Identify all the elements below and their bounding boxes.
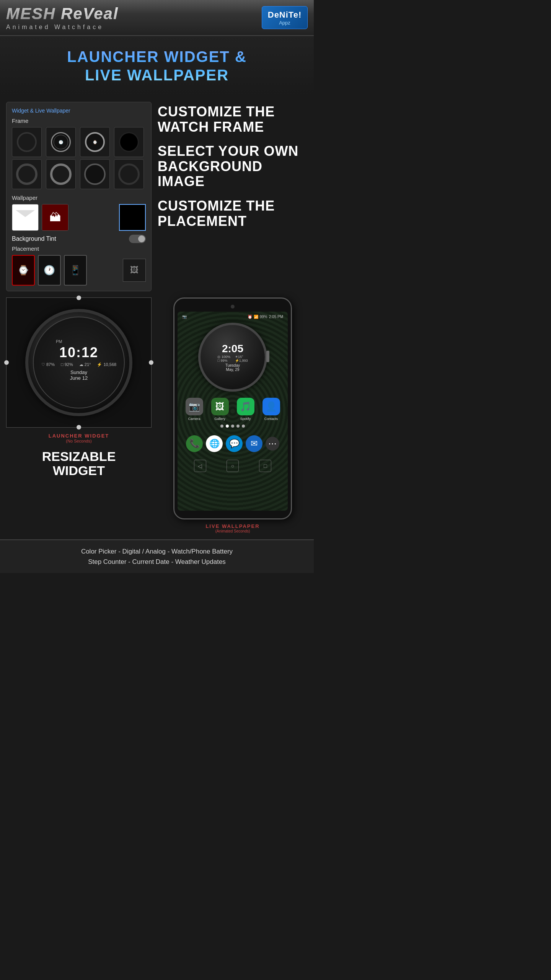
- phone-camera: [231, 305, 235, 309]
- status-icons-right: ⏰ 📶 99% 2:05 PM: [248, 315, 283, 319]
- phone-stat-right: ☀15° ⚡1,993: [235, 355, 248, 363]
- app-camera[interactable]: 📷 Camera: [184, 398, 205, 421]
- dots-pagination: [181, 425, 285, 428]
- resize-handle-bottom[interactable]: [77, 425, 81, 430]
- banner-title: LAUNCHER WIDGET &LIVE WALLPAPER: [8, 47, 306, 84]
- panel-header: Widget & Live Wallpaper: [12, 108, 146, 114]
- frame-item-5[interactable]: [12, 159, 42, 189]
- footer-line2: Step Counter - Current Date - Weather Up…: [6, 557, 308, 567]
- frame-item-6[interactable]: [46, 159, 76, 189]
- battery-text: 99%: [260, 315, 267, 319]
- frame-label: Frame: [12, 118, 146, 124]
- denite-text: DeNiTe!: [268, 10, 302, 20]
- wallpaper-section: Wallpaper 🏔: [12, 194, 146, 231]
- frame-item-1[interactable]: [12, 127, 42, 157]
- header-title: MESH ReVeal Animated Watchface: [6, 5, 119, 31]
- phone-nav: ◁ ○ □: [181, 457, 285, 475]
- app-gallery[interactable]: 🖼 Gallery: [209, 398, 230, 421]
- dock-phone[interactable]: 📞: [186, 435, 203, 452]
- stat-weather: ☁ 21°: [79, 362, 91, 367]
- frame-item-4[interactable]: [114, 127, 144, 157]
- feature-item-2: SELECT YOUR OWNBACKGROUND IMAGE: [158, 144, 308, 189]
- resize-handle-left[interactable]: [4, 360, 9, 365]
- widget-label: LAUNCHER WIDGET: [6, 433, 152, 439]
- placement-item-3[interactable]: 📱: [64, 255, 87, 286]
- watch-widget: PM 10:12 ♡ 87% □ 92% ☁: [25, 309, 132, 416]
- frame-inner-2: 🕐: [54, 135, 68, 149]
- widget-config-panel: Widget & Live Wallpaper Frame 🕐 ⌚: [6, 102, 152, 291]
- wifi-icon: 📶: [254, 315, 258, 319]
- frame-circle-5: [16, 163, 37, 185]
- nav-home[interactable]: ○: [227, 460, 239, 472]
- resizable-text: RESIZABLEWIDGET: [6, 449, 152, 478]
- contacts-label: Contacts: [264, 417, 278, 421]
- nav-back[interactable]: ◁: [194, 460, 206, 472]
- bottom-section: PM 10:12 ♡ 87% □ 92% ☁: [0, 297, 314, 539]
- frame-item-7[interactable]: [80, 159, 110, 189]
- app-spotify[interactable]: 🎵 Spotify: [235, 398, 256, 421]
- stat-heart: ♡ 87%: [41, 362, 55, 367]
- placement-item-1[interactable]: ⌚: [12, 255, 35, 286]
- dock-apps[interactable]: ⋯: [266, 437, 279, 451]
- placement-item-2[interactable]: 🕐: [38, 255, 61, 286]
- wallpaper-item-envelope[interactable]: [12, 204, 39, 231]
- wallpaper-label: Wallpaper: [12, 194, 146, 201]
- feature-item-3: CUSTOMIZE THEPLACEMENT: [158, 198, 308, 229]
- phone-section: 📷 ⏰ 📶 99% 2:05 PM 2:05 ◎ 100% □ 99%: [158, 297, 308, 533]
- phone-sublabel: (Animated Seconds): [215, 529, 250, 533]
- wp-envelope-bg: [12, 204, 38, 231]
- dock-chrome[interactable]: 🌐: [206, 435, 223, 452]
- widget-preview: PM 10:12 ♡ 87% □ 92% ☁: [6, 297, 152, 533]
- dot-3: [231, 425, 234, 428]
- phone-screen: 📷 ⏰ 📶 99% 2:05 PM 2:05 ◎ 100% □ 99%: [178, 312, 288, 511]
- spotify-label: Spotify: [240, 417, 251, 421]
- placement-photo[interactable]: 🖼: [123, 259, 146, 282]
- bg-tint-toggle[interactable]: [129, 235, 146, 243]
- resize-handle-top[interactable]: [77, 296, 81, 300]
- photo-icon: 🖼: [130, 265, 139, 275]
- dock-msg[interactable]: 💬: [226, 435, 243, 452]
- wallpaper-grid: 🏔: [12, 204, 146, 231]
- feature-text-1: CUSTOMIZE THEWATCH FRAME: [158, 104, 308, 134]
- watch-stats: ♡ 87% □ 92% ☁ 21° ⚡ 10,5: [41, 362, 116, 367]
- stat-steps: ⚡ 10,568: [97, 362, 116, 367]
- camera-label: Camera: [188, 417, 200, 421]
- nav-recent[interactable]: □: [259, 460, 271, 472]
- placement-grid: ⌚ 🕐 📱 🖼: [12, 255, 146, 286]
- widget-sublabel: (No Seconds): [6, 439, 152, 443]
- placement-icon-2: 🕐: [44, 265, 55, 276]
- frame-circle-8: [118, 163, 140, 185]
- dock-mail[interactable]: ✉: [246, 435, 262, 452]
- frame-item-8[interactable]: [114, 159, 144, 189]
- title-reveal: ReVeal: [61, 5, 119, 23]
- resizable-label: RESIZABLEWIDGET: [6, 449, 152, 478]
- frame-item-3[interactable]: ⌚: [80, 127, 110, 157]
- frame-item-2[interactable]: 🕐: [46, 127, 76, 157]
- gallery-label: Gallery: [214, 417, 225, 421]
- frame-circle-4: [119, 132, 139, 152]
- time-container: PM 10:12: [34, 345, 124, 361]
- placement-section: Placement ⌚ 🕐 📱 🖼: [12, 245, 146, 286]
- dot-4: [236, 425, 240, 428]
- app-title: MESH ReVeal: [6, 5, 119, 23]
- phone-dock: 📞 🌐 💬 ✉ ⋯: [181, 432, 285, 455]
- phone-stat-left: ◎ 100% □ 99%: [217, 355, 230, 363]
- frame-circle-2: 🕐: [51, 132, 71, 152]
- clock-status: 2:05 PM: [269, 315, 283, 319]
- phone-watch-time: 2:05: [222, 343, 243, 355]
- dot-2: [226, 425, 229, 428]
- placement-icon-1: ⌚: [18, 265, 29, 276]
- feature-panel: CUSTOMIZE THEWATCH FRAME SELECT YOUR OWN…: [158, 102, 308, 240]
- resize-handle-right[interactable]: [149, 360, 153, 365]
- phone-crown: [266, 351, 269, 362]
- frame-grid: 🕐 ⌚: [12, 127, 146, 189]
- placement-icon-3: 📱: [70, 265, 81, 276]
- watch-date: Sunday June 12: [70, 369, 88, 381]
- phone-watch-date: Tuesday May, 29: [225, 363, 240, 372]
- app-contacts[interactable]: 👤 Contacts: [261, 398, 282, 421]
- wallpaper-item-red[interactable]: 🏔: [42, 204, 68, 231]
- contacts-icon: 👤: [262, 398, 280, 415]
- appz-text: Appz: [279, 20, 290, 26]
- banner: LAUNCHER WIDGET &LIVE WALLPAPER: [0, 36, 314, 96]
- wallpaper-item-black[interactable]: [119, 204, 146, 231]
